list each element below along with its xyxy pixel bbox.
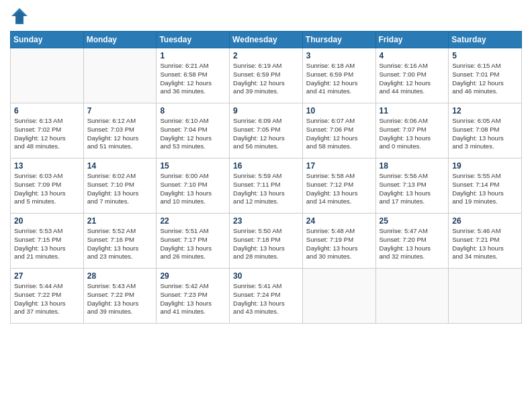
- day-info: Sunrise: 6:19 AM Sunset: 6:59 PM Dayligh…: [233, 62, 299, 96]
- day-number: 9: [233, 106, 299, 116]
- day-info: Sunrise: 5:55 AM Sunset: 7:14 PM Dayligh…: [452, 172, 518, 206]
- day-number: 28: [87, 271, 153, 281]
- day-info: Sunrise: 6:16 AM Sunset: 7:00 PM Dayligh…: [380, 62, 445, 96]
- day-info: Sunrise: 5:42 AM Sunset: 7:23 PM Dayligh…: [160, 282, 226, 316]
- day-number: 15: [160, 161, 226, 171]
- day-info: Sunrise: 6:06 AM Sunset: 7:07 PM Dayligh…: [380, 117, 445, 151]
- week-row-5: 27Sunrise: 5:44 AM Sunset: 7:22 PM Dayli…: [11, 269, 522, 324]
- day-info: Sunrise: 6:07 AM Sunset: 7:06 PM Dayligh…: [306, 117, 372, 151]
- day-number: 20: [14, 216, 80, 226]
- calendar-cell: 15Sunrise: 6:00 AM Sunset: 7:10 PM Dayli…: [157, 158, 230, 214]
- calendar-cell: 3Sunrise: 6:18 AM Sunset: 6:59 PM Daylig…: [302, 48, 375, 103]
- calendar-cell: 7Sunrise: 6:12 AM Sunset: 7:03 PM Daylig…: [83, 103, 157, 158]
- weekday-header-tuesday: Tuesday: [157, 32, 230, 48]
- calendar-cell: 25Sunrise: 5:47 AM Sunset: 7:20 PM Dayli…: [375, 214, 449, 269]
- calendar-cell: 16Sunrise: 5:59 AM Sunset: 7:11 PM Dayli…: [230, 158, 303, 214]
- day-info: Sunrise: 5:53 AM Sunset: 7:15 PM Dayligh…: [14, 227, 80, 261]
- day-info: Sunrise: 5:50 AM Sunset: 7:18 PM Dayligh…: [233, 227, 299, 261]
- weekday-header-monday: Monday: [83, 32, 157, 48]
- week-row-1: 1Sunrise: 6:21 AM Sunset: 6:58 PM Daylig…: [11, 48, 522, 103]
- day-number: 11: [380, 106, 445, 116]
- day-info: Sunrise: 6:18 AM Sunset: 6:59 PM Dayligh…: [306, 62, 372, 96]
- calendar-cell: 6Sunrise: 6:13 AM Sunset: 7:02 PM Daylig…: [11, 103, 84, 158]
- calendar-cell: 14Sunrise: 6:02 AM Sunset: 7:10 PM Dayli…: [83, 158, 157, 214]
- calendar-cell: 8Sunrise: 6:10 AM Sunset: 7:04 PM Daylig…: [157, 103, 230, 158]
- calendar-cell: 24Sunrise: 5:48 AM Sunset: 7:19 PM Dayli…: [302, 214, 375, 269]
- day-number: 12: [452, 106, 518, 116]
- weekday-header-saturday: Saturday: [449, 32, 522, 48]
- day-info: Sunrise: 6:03 AM Sunset: 7:09 PM Dayligh…: [14, 172, 80, 206]
- day-info: Sunrise: 5:41 AM Sunset: 7:24 PM Dayligh…: [233, 282, 299, 316]
- day-info: Sunrise: 5:59 AM Sunset: 7:11 PM Dayligh…: [233, 172, 299, 206]
- day-info: Sunrise: 5:47 AM Sunset: 7:20 PM Dayligh…: [380, 227, 445, 261]
- calendar-cell: 30Sunrise: 5:41 AM Sunset: 7:24 PM Dayli…: [230, 269, 303, 324]
- header: [10, 7, 522, 26]
- day-number: 27: [14, 271, 80, 281]
- week-row-3: 13Sunrise: 6:03 AM Sunset: 7:09 PM Dayli…: [11, 158, 522, 214]
- day-number: 5: [452, 51, 518, 60]
- day-number: 4: [380, 51, 445, 60]
- day-info: Sunrise: 5:51 AM Sunset: 7:17 PM Dayligh…: [160, 227, 226, 261]
- day-number: 10: [306, 106, 372, 116]
- calendar-cell: 20Sunrise: 5:53 AM Sunset: 7:15 PM Dayli…: [11, 214, 84, 269]
- day-number: 8: [160, 106, 226, 116]
- calendar-cell: [302, 269, 375, 324]
- calendar-cell: 11Sunrise: 6:06 AM Sunset: 7:07 PM Dayli…: [375, 103, 449, 158]
- day-info: Sunrise: 6:00 AM Sunset: 7:10 PM Dayligh…: [160, 172, 226, 206]
- day-info: Sunrise: 6:05 AM Sunset: 7:08 PM Dayligh…: [452, 117, 518, 151]
- calendar-cell: 26Sunrise: 5:46 AM Sunset: 7:21 PM Dayli…: [449, 214, 522, 269]
- day-info: Sunrise: 6:12 AM Sunset: 7:03 PM Dayligh…: [87, 117, 153, 151]
- calendar-cell: 29Sunrise: 5:42 AM Sunset: 7:23 PM Dayli…: [157, 269, 230, 324]
- calendar-cell: 21Sunrise: 5:52 AM Sunset: 7:16 PM Dayli…: [83, 214, 157, 269]
- day-number: 25: [380, 216, 445, 226]
- calendar-cell: 10Sunrise: 6:07 AM Sunset: 7:06 PM Dayli…: [302, 103, 375, 158]
- weekday-header-friday: Friday: [375, 32, 449, 48]
- day-number: 2: [233, 51, 299, 60]
- day-number: 23: [233, 216, 299, 226]
- day-number: 26: [452, 216, 518, 226]
- calendar-cell: 9Sunrise: 6:09 AM Sunset: 7:05 PM Daylig…: [230, 103, 303, 158]
- day-number: 17: [306, 161, 372, 171]
- day-info: Sunrise: 5:43 AM Sunset: 7:22 PM Dayligh…: [87, 282, 153, 316]
- calendar-cell: 2Sunrise: 6:19 AM Sunset: 6:59 PM Daylig…: [230, 48, 303, 103]
- week-row-2: 6Sunrise: 6:13 AM Sunset: 7:02 PM Daylig…: [11, 103, 522, 158]
- calendar-cell: 12Sunrise: 6:05 AM Sunset: 7:08 PM Dayli…: [449, 103, 522, 158]
- weekday-header-thursday: Thursday: [302, 32, 375, 48]
- day-number: 30: [233, 271, 299, 281]
- calendar-cell: 18Sunrise: 5:56 AM Sunset: 7:13 PM Dayli…: [375, 158, 449, 214]
- day-number: 13: [14, 161, 80, 171]
- calendar-cell: 17Sunrise: 5:58 AM Sunset: 7:12 PM Dayli…: [302, 158, 375, 214]
- page: SundayMondayTuesdayWednesdayThursdayFrid…: [0, 0, 532, 411]
- day-info: Sunrise: 6:21 AM Sunset: 6:58 PM Dayligh…: [160, 62, 226, 96]
- week-row-4: 20Sunrise: 5:53 AM Sunset: 7:15 PM Dayli…: [11, 214, 522, 269]
- day-info: Sunrise: 6:15 AM Sunset: 7:01 PM Dayligh…: [452, 62, 518, 96]
- day-info: Sunrise: 6:02 AM Sunset: 7:10 PM Dayligh…: [87, 172, 153, 206]
- day-number: 3: [306, 51, 372, 60]
- calendar-cell: [11, 48, 84, 103]
- calendar-cell: 1Sunrise: 6:21 AM Sunset: 6:58 PM Daylig…: [157, 48, 230, 103]
- day-info: Sunrise: 5:52 AM Sunset: 7:16 PM Dayligh…: [87, 227, 153, 261]
- day-info: Sunrise: 6:10 AM Sunset: 7:04 PM Dayligh…: [160, 117, 226, 151]
- day-info: Sunrise: 6:13 AM Sunset: 7:02 PM Dayligh…: [14, 117, 80, 151]
- calendar-cell: 27Sunrise: 5:44 AM Sunset: 7:22 PM Dayli…: [11, 269, 84, 324]
- day-info: Sunrise: 5:46 AM Sunset: 7:21 PM Dayligh…: [452, 227, 518, 261]
- calendar-cell: 23Sunrise: 5:50 AM Sunset: 7:18 PM Dayli…: [230, 214, 303, 269]
- calendar-cell: 5Sunrise: 6:15 AM Sunset: 7:01 PM Daylig…: [449, 48, 522, 103]
- calendar-cell: [449, 269, 522, 324]
- weekday-header-wednesday: Wednesday: [230, 32, 303, 48]
- day-number: 14: [87, 161, 153, 171]
- day-info: Sunrise: 5:48 AM Sunset: 7:19 PM Dayligh…: [306, 227, 372, 261]
- calendar-cell: 13Sunrise: 6:03 AM Sunset: 7:09 PM Dayli…: [11, 158, 84, 214]
- calendar-cell: 4Sunrise: 6:16 AM Sunset: 7:00 PM Daylig…: [375, 48, 449, 103]
- calendar: SundayMondayTuesdayWednesdayThursdayFrid…: [10, 31, 522, 324]
- calendar-cell: 19Sunrise: 5:55 AM Sunset: 7:14 PM Dayli…: [449, 158, 522, 214]
- day-number: 29: [160, 271, 226, 281]
- calendar-cell: 28Sunrise: 5:43 AM Sunset: 7:22 PM Dayli…: [83, 269, 157, 324]
- day-info: Sunrise: 6:09 AM Sunset: 7:05 PM Dayligh…: [233, 117, 299, 151]
- day-number: 19: [452, 161, 518, 171]
- day-info: Sunrise: 5:44 AM Sunset: 7:22 PM Dayligh…: [14, 282, 80, 316]
- day-info: Sunrise: 5:58 AM Sunset: 7:12 PM Dayligh…: [306, 172, 372, 206]
- day-number: 22: [160, 216, 226, 226]
- calendar-cell: [83, 48, 157, 103]
- logo-icon: [10, 7, 29, 26]
